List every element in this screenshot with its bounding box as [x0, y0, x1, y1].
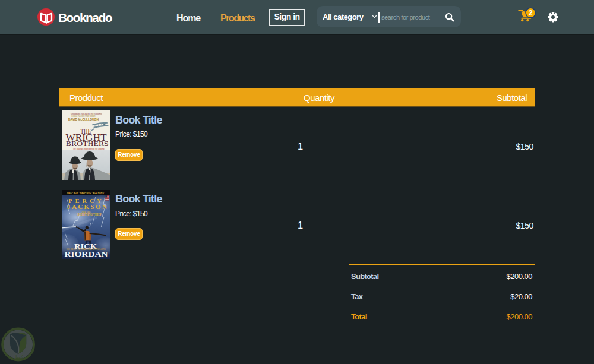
svg-text:2: 2 [529, 9, 533, 17]
svg-text:RIORDAN: RIORDAN [65, 249, 109, 258]
svg-text:BROTHERS: BROTHERS [66, 140, 109, 147]
svg-text:'Unstoppable, fast-paced' The: 'Unstoppable, fast-paced' The Economist [71, 113, 102, 115]
svg-text:كفيل: كفيل [13, 354, 23, 360]
svg-text:DAVID McCULLOUGH: DAVID McCULLOUGH [68, 118, 99, 121]
svg-text:LIGHTNING THIEF: LIGHTNING THIEF [77, 213, 102, 216]
svg-text:The Dramatic Story Behind the: The Dramatic Story Behind the Legend [73, 148, 105, 150]
svg-text:HALF BOY · HALF GOD · ALL HERO: HALF BOY · HALF GOD · ALL HERO [67, 192, 104, 194]
